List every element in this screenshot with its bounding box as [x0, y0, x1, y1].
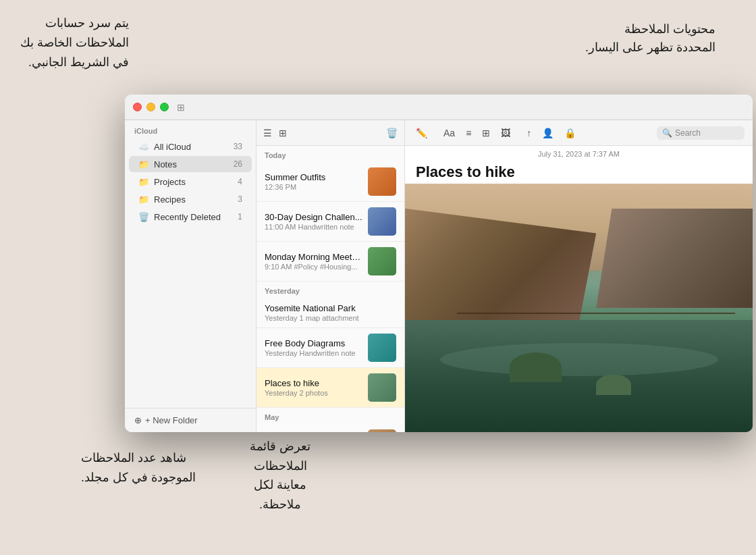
note-thumb-meeting — [368, 247, 396, 275]
recipes-folder-icon: 📁 — [138, 194, 149, 205]
grid-view-icon[interactable]: ⊞ — [279, 128, 287, 138]
note-thumb-horse — [368, 429, 396, 432]
note-item-free-body[interactable]: Free Body Diagrams Yesterday Handwritten… — [256, 328, 404, 368]
traffic-lights — [133, 103, 169, 111]
notes-list: ☰ ⊞ 🗑️ Today Summer Outfits 12:36 PM 30-… — [256, 120, 405, 432]
section-may: May — [256, 408, 404, 424]
note-thumb-hike — [368, 373, 396, 402]
note-item-monday-meeting[interactable]: Monday Morning Meeting 9:10 AM #Policy #… — [256, 242, 404, 282]
app-window: ⊞ iCloud ☁️ All iCloud 33 📁 Notes 26 📁 P… — [125, 95, 753, 432]
media-icon[interactable]: 🖼 — [498, 126, 513, 140]
annotation-bottom-left: شاهد عدد الملاحظات الموجودة في كل مجلد. — [81, 448, 196, 487]
sidebar-section-icloud: iCloud — [125, 120, 256, 138]
notes-folder-icon: 📁 — [138, 159, 149, 169]
compose-icon[interactable]: ✏️ — [413, 126, 430, 140]
title-bar: ⊞ — [125, 95, 753, 120]
plus-icon: ⊕ — [134, 415, 142, 425]
list-view-icon[interactable]: ☰ — [263, 128, 272, 138]
note-title: Places to hike — [405, 159, 753, 184]
notes-list-toolbar: ☰ ⊞ 🗑️ — [256, 120, 404, 146]
note-item-30day-design[interactable]: 30-Day Design Challen... 11:00 AM Handwr… — [256, 202, 404, 242]
note-item-places-to-hike[interactable]: Places to hike Yesterday 2 photos — [256, 368, 404, 408]
app-body: iCloud ☁️ All iCloud 33 📁 Notes 26 📁 Pro… — [125, 120, 753, 432]
projects-folder-icon: 📁 — [138, 176, 149, 187]
collaborate-icon[interactable]: 👤 — [539, 126, 556, 140]
scenic-photo — [405, 184, 753, 432]
sidebar-item-notes[interactable]: 📁 Notes 26 — [129, 156, 252, 172]
annotation-top-right: محتويات الملاحظة المحددة تظهر على اليسار… — [585, 20, 716, 57]
note-date: July 31, 2023 at 7:37 AM — [405, 146, 753, 159]
section-today: Today — [256, 146, 404, 162]
note-thumb-summer — [368, 167, 396, 196]
note-content: ✏️ Aa ≡ ⊞ 🖼 ↑ 👤 🔒 🔍 Search July 31, 2023… — [405, 120, 753, 432]
sidebar-toggle-icon[interactable]: ⊞ — [177, 102, 185, 113]
minimize-button[interactable] — [146, 103, 155, 111]
lock-icon[interactable]: 🔒 — [562, 126, 578, 140]
checklist-icon[interactable]: ≡ — [463, 126, 474, 140]
table-icon[interactable]: ⊞ — [479, 126, 493, 140]
section-yesterday: Yesterday — [256, 282, 404, 298]
sidebar-item-projects[interactable]: 📁 Projects 4 — [129, 174, 252, 190]
note-item-horse-animation[interactable]: Two-Part Horse Anima... 5/31/23 Handwrit… — [256, 424, 404, 432]
annotation-bottom-center: تعرض قائمة الملاحظات معاينة لكل ملاحظة. — [250, 437, 310, 514]
sidebar-footer: ⊕ + New Folder — [125, 408, 256, 432]
note-thumb-diagrams — [368, 334, 396, 362]
sidebar-item-recently-deleted[interactable]: 🗑️ Recently Deleted 1 — [129, 209, 252, 225]
fullscreen-button[interactable] — [160, 103, 169, 111]
note-image — [405, 184, 753, 432]
note-thumb-design — [368, 207, 396, 236]
icloud-icon: ☁️ — [138, 141, 149, 152]
new-folder-button[interactable]: ⊕ + New Folder — [134, 415, 246, 425]
search-bar[interactable]: 🔍 Search — [657, 126, 745, 140]
search-icon: 🔍 — [662, 128, 672, 138]
sidebar-item-recipes[interactable]: 📁 Recipes 3 — [129, 191, 252, 207]
sidebar: iCloud ☁️ All iCloud 33 📁 Notes 26 📁 Pro… — [125, 120, 256, 432]
share-icon[interactable]: ↑ — [524, 126, 534, 140]
sidebar-item-all-icloud[interactable]: ☁️ All iCloud 33 — [129, 138, 252, 155]
note-item-yosemite[interactable]: Yosemite National Park Yesterday 1 map a… — [256, 298, 404, 328]
note-toolbar: ✏️ Aa ≡ ⊞ 🖼 ↑ 👤 🔒 🔍 Search — [405, 120, 753, 146]
font-icon[interactable]: Aa — [441, 126, 458, 140]
delete-note-icon[interactable]: 🗑️ — [386, 128, 398, 138]
annotation-top-left: يتم سرد حسابات الملاحظات الخاصة بك في ال… — [20, 14, 129, 72]
close-button[interactable] — [133, 103, 142, 111]
trash-icon: 🗑️ — [138, 211, 149, 222]
note-item-summer-outfits[interactable]: Summer Outfits 12:36 PM — [256, 162, 404, 202]
